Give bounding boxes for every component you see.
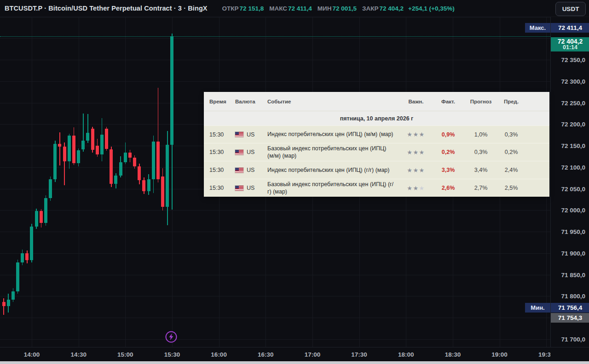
candle-body [16, 262, 19, 291]
symbol-title[interactable]: BTCUSDT.P · Bitcoin/USD Tether Perpetual… [5, 5, 208, 12]
event-time: 15:30 [209, 167, 235, 173]
currency-code: US [247, 131, 254, 138]
bar-countdown: 01:14 [563, 45, 577, 51]
chart-header-bar: BTCUSDT.P · Bitcoin/USD Tether Perpetual… [0, 0, 589, 17]
candle-body [91, 129, 94, 150]
star-icon: ★ [413, 185, 419, 192]
high-tag-label: Макс. [530, 24, 546, 31]
candle-body [2, 302, 6, 306]
price-axis[interactable]: 72 350,072 300,072 250,072 200,072 150,0… [550, 17, 589, 347]
importance-stars: ★★★ [400, 149, 432, 156]
candle-body [161, 176, 164, 206]
importance-stars: ★★★ [400, 131, 432, 138]
price-axis-label: 72 100,0 [561, 164, 585, 171]
time-axis-label: 15:30 [164, 351, 180, 358]
candle-body [40, 211, 43, 223]
high-price-badge: 72 411,4 [551, 23, 589, 33]
event-time: 15:30 [209, 185, 235, 191]
event-title: Базовый индекс потребительских цен (ИПЦ)… [267, 181, 400, 196]
calendar-event-row[interactable]: 15:30USБазовый индекс потребительских це… [204, 179, 549, 197]
event-currency: US [235, 167, 267, 173]
candle-body [86, 133, 89, 141]
star-icon: ★ [419, 167, 425, 174]
currency-button[interactable]: USDT [555, 2, 586, 16]
candle-body [128, 153, 132, 158]
gridline-h [0, 60, 550, 60]
calendar-event-row[interactable]: 15:30USБазовый индекс потребительских це… [204, 143, 549, 161]
candle-body [30, 227, 33, 260]
calendar-column-header: Валюта [235, 99, 267, 104]
trading-terminal: BTCUSDT.P · Bitcoin/USD Tether Perpetual… [0, 0, 589, 364]
last-price-value: 72 404,2 [558, 38, 583, 45]
calendar-event-row[interactable]: 15:30USИндекс потребительских цен (ИПЦ) … [204, 125, 549, 143]
actual-value: 2,6% [432, 185, 464, 191]
price-axis-label: 71 900,0 [561, 250, 585, 256]
actual-value: 0,9% [432, 131, 464, 138]
time-axis-label: 16:00 [211, 351, 227, 358]
calendar-column-header: Факт. [432, 99, 464, 104]
price-axis-label: 72 050,0 [561, 185, 585, 192]
price-axis-label: 72 300,0 [561, 78, 585, 85]
axis-corner [550, 347, 589, 361]
gridline-h [0, 232, 550, 232]
previous-value: 2,4% [497, 167, 525, 173]
prev-value-badge: 71 754,3 [551, 313, 589, 323]
candle-wick [59, 132, 60, 165]
gridline-h [0, 296, 550, 296]
actual-value: 3,3% [432, 167, 464, 173]
price-axis-label: 72 200,0 [561, 121, 585, 128]
forecast-value: 0,3% [464, 149, 497, 155]
candle-body [166, 145, 169, 207]
candle-body [124, 153, 127, 163]
event-currency: US [235, 131, 267, 138]
price-axis-label: 71 850,0 [561, 271, 585, 278]
candle-body [44, 198, 47, 223]
candle-body [53, 144, 57, 179]
time-axis-label: 17:00 [305, 351, 321, 358]
calendar-column-header: Время [209, 99, 235, 104]
us-flag-icon [235, 132, 243, 137]
star-icon: ★ [407, 167, 413, 174]
calendar-date-row: пятница, 10 апреля 2026 г [204, 111, 549, 125]
candle-body [25, 253, 29, 260]
candle-wick [3, 298, 4, 315]
previous-value: 2,5% [497, 185, 525, 191]
gridline-v [32, 17, 32, 347]
price-axis-label: 72 000,0 [561, 207, 585, 214]
low-price-tag: Мин. [525, 303, 550, 313]
candle-body [35, 211, 38, 227]
candle-body [68, 136, 71, 161]
forecast-value: 1,0% [464, 131, 497, 138]
gridline-h [0, 17, 550, 17]
forecast-value: 2,7% [464, 185, 497, 191]
time-axis-label: 18:30 [445, 351, 461, 358]
candle-body [133, 158, 136, 166]
event-time: 15:30 [209, 131, 235, 138]
economic-calendar-panel: ВремяВалютаСобытиеВажн.Факт.ПрогнозПред.… [204, 92, 549, 197]
time-axis[interactable]: 14:0014:3015:0015:3016:0016:3017:0017:30… [0, 347, 550, 361]
time-axis-label: 18:00 [398, 351, 414, 358]
previous-value: 0,2% [497, 149, 525, 155]
gridline-h [0, 318, 550, 318]
calendar-column-header: Пред. [497, 99, 525, 104]
high-price-tag: Макс. [525, 23, 550, 33]
star-icon: ★ [407, 131, 413, 138]
ohlc-label: МАКС [269, 5, 287, 12]
ohlc-label: ЗАКР [362, 5, 378, 12]
price-axis-label: 71 950,0 [561, 228, 585, 235]
calendar-column-header: Важн. [400, 99, 432, 104]
candle-body [58, 144, 61, 147]
gridline-v [125, 17, 126, 347]
candle-body [105, 129, 108, 149]
event-title: Базовый индекс потребительских цен (ИПЦ)… [267, 145, 400, 160]
calendar-event-row[interactable]: 15:30USИндекс потребительских цен (ИПЦ) … [204, 161, 549, 179]
us-flag-icon [235, 168, 243, 173]
gridline-h [0, 38, 550, 39]
event-currency: US [235, 149, 267, 155]
ohlc-value: 72 411,4 [288, 5, 312, 12]
time-axis-label: 15:00 [117, 351, 133, 358]
previous-value: 0,3% [497, 131, 525, 138]
event-title: Индекс потребительских цен (ИПЦ) (г/г) (… [267, 166, 400, 174]
ohlc-label: ОТКР [222, 5, 239, 12]
news-event-lightning-icon[interactable] [165, 330, 178, 343]
